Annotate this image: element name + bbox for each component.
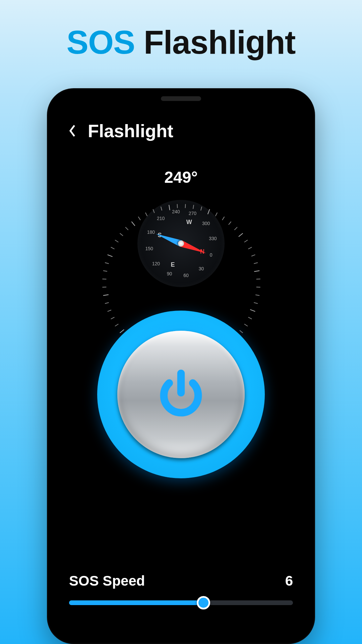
power-icon — [154, 367, 208, 422]
compass-deg-label: 90 — [167, 271, 172, 276]
compass-deg-label: 330 — [209, 236, 217, 241]
sos-speed-label: SOS Speed — [69, 573, 145, 589]
promo-rest: Flashlight — [135, 24, 295, 61]
compass-deg-label: 60 — [183, 273, 189, 278]
phone-notch — [161, 96, 201, 101]
compass-deg-label: 240 — [172, 209, 180, 214]
compass-dial[interactable]: WSEN3303002702402101801501209060300 — [137, 200, 225, 287]
sos-speed-section: SOS Speed 6 — [66, 573, 296, 625]
compass-deg-label: 120 — [152, 261, 160, 266]
sos-speed-value: 6 — [285, 573, 293, 589]
compass-cardinal-e: E — [171, 261, 175, 268]
app-header: Flashlight — [66, 120, 296, 141]
slider-fill — [69, 600, 203, 605]
slider-thumb[interactable] — [197, 596, 210, 609]
compass-deg-label: 0 — [210, 252, 213, 258]
compass-deg-label: 210 — [157, 216, 165, 221]
app-screen: Flashlight 249° WSEN33030027024021018015… — [52, 94, 310, 639]
compass-deg-label: 30 — [199, 266, 204, 271]
compass-heading-readout: 249° — [66, 168, 296, 186]
compass-deg-label: 300 — [202, 221, 210, 226]
back-icon[interactable] — [66, 124, 79, 138]
screen-title: Flashlight — [88, 120, 173, 141]
compass-deg-label: 150 — [145, 246, 153, 251]
promo-accent: SOS — [67, 24, 135, 61]
compass-container: WSEN3303002702402101801501209060300 — [66, 200, 296, 287]
phone-frame: Flashlight 249° WSEN33030027024021018015… — [47, 88, 315, 644]
sos-speed-slider[interactable] — [69, 600, 293, 605]
power-button-container — [66, 311, 296, 478]
power-button[interactable] — [97, 311, 265, 478]
compass-deg-label: 180 — [147, 229, 155, 235]
sos-speed-row: SOS Speed 6 — [69, 573, 293, 589]
compass-cardinal-w: W — [186, 219, 192, 226]
power-button-face — [117, 331, 245, 458]
promo-title: SOS Flashlight — [67, 23, 296, 61]
compass-deg-label: 270 — [189, 211, 196, 216]
